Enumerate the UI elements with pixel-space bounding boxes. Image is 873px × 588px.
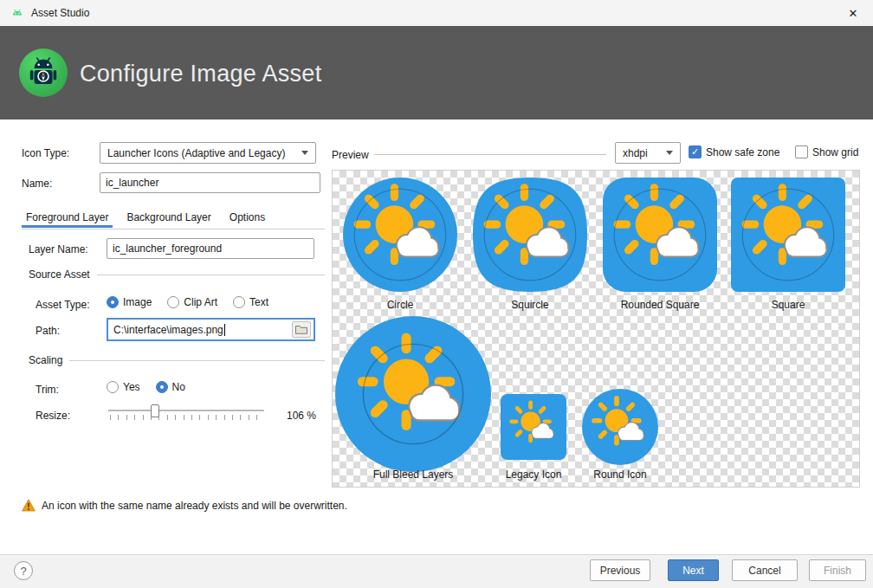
radio-dot bbox=[167, 296, 179, 308]
radio-no-label: No bbox=[172, 381, 185, 393]
divider bbox=[374, 154, 606, 155]
density-value: xhdpi bbox=[623, 147, 648, 159]
trim-radios: Yes No bbox=[107, 381, 185, 393]
radio-yes-label: Yes bbox=[123, 381, 140, 393]
preview-icon-square bbox=[731, 178, 845, 295]
tile-label-squircle: Squircle bbox=[473, 299, 587, 311]
radio-clip-art[interactable]: Clip Art bbox=[167, 296, 217, 308]
warning-text: An icon with the same name already exist… bbox=[42, 500, 347, 512]
android-icon bbox=[10, 6, 24, 20]
asset-type-label: Asset Type: bbox=[36, 299, 89, 311]
slider-track[interactable] bbox=[108, 410, 264, 411]
radio-dot bbox=[107, 296, 119, 308]
path-input[interactable]: C:\interface\images.png bbox=[107, 318, 315, 341]
warning-icon bbox=[22, 499, 36, 512]
chevron-down-icon bbox=[666, 151, 673, 155]
radio-image-label: Image bbox=[123, 296, 152, 308]
path-label: Path: bbox=[36, 325, 60, 337]
text-caret bbox=[224, 324, 225, 336]
divider bbox=[97, 275, 325, 275]
tile-label-rounded-square: Rounded Square bbox=[603, 299, 717, 311]
scaling-section-title: Scaling bbox=[29, 354, 62, 366]
divider bbox=[69, 360, 325, 361]
radio-text-label: Text bbox=[249, 296, 268, 308]
radio-trim-no[interactable]: No bbox=[156, 381, 185, 393]
icon-type-label: Icon Type: bbox=[22, 147, 69, 159]
density-select[interactable]: xhdpi bbox=[615, 142, 681, 164]
preview-icon-legacy bbox=[501, 394, 566, 463]
tile-label-full-bleed: Full Bleed Layers bbox=[335, 468, 491, 481]
trim-label: Trim: bbox=[36, 384, 59, 396]
layer-name-input[interactable] bbox=[107, 238, 314, 259]
footer-bar: ? Previous Next Cancel Finish bbox=[0, 554, 873, 588]
close-button[interactable]: ✕ bbox=[833, 0, 873, 26]
layer-name-label: Layer Name: bbox=[29, 243, 88, 255]
tab-foreground-layer[interactable]: Foreground Layer bbox=[22, 206, 113, 228]
icon-type-value: Launcher Icons (Adaptive and Legacy) bbox=[107, 147, 285, 159]
source-asset-section: Source Asset bbox=[29, 268, 325, 281]
show-grid-checkbox[interactable]: Show grid bbox=[795, 145, 858, 158]
tab-background-layer[interactable]: Background Layer bbox=[122, 206, 215, 228]
window-title: Asset Studio bbox=[31, 7, 89, 19]
radio-trim-yes[interactable]: Yes bbox=[107, 381, 140, 393]
help-button[interactable]: ? bbox=[14, 561, 33, 580]
warning-message: An icon with the same name already exist… bbox=[22, 499, 347, 512]
radio-image[interactable]: Image bbox=[107, 296, 152, 308]
slider-thumb[interactable] bbox=[151, 404, 159, 417]
radio-text[interactable]: Text bbox=[233, 296, 268, 308]
layer-tabs: Foreground LayerBackground LayerOptions bbox=[22, 206, 325, 229]
resize-value: 106 % bbox=[287, 410, 316, 422]
checkbox-check-icon: ✓ bbox=[689, 145, 702, 158]
folder-icon bbox=[295, 325, 307, 334]
chevron-down-icon bbox=[301, 151, 308, 155]
tile-label-round: Round Icon bbox=[582, 468, 658, 481]
name-input[interactable] bbox=[100, 172, 320, 193]
tile-label-square: Square bbox=[731, 299, 845, 311]
resize-label: Resize: bbox=[36, 410, 70, 422]
browse-button[interactable] bbox=[292, 321, 311, 338]
source-asset-section-title: Source Asset bbox=[29, 268, 90, 281]
name-label: Name: bbox=[22, 178, 52, 190]
tile-label-legacy: Legacy Icon bbox=[501, 468, 566, 481]
path-value: C:\interface\images.png bbox=[113, 324, 223, 336]
next-button[interactable]: Next bbox=[668, 559, 719, 581]
preview-label: Preview bbox=[332, 149, 369, 161]
radio-dot bbox=[107, 381, 119, 393]
show-grid-label: Show grid bbox=[812, 146, 858, 158]
radio-dot bbox=[233, 296, 245, 308]
resize-slider[interactable] bbox=[108, 404, 264, 423]
title-bar: Asset Studio ✕ bbox=[0, 0, 873, 26]
scaling-section: Scaling bbox=[29, 354, 325, 366]
dialog-header: Configure Image Asset bbox=[0, 26, 873, 120]
tab-options[interactable]: Options bbox=[225, 206, 269, 228]
preview-icon-squircle bbox=[473, 178, 587, 295]
asset-type-radios: Image Clip Art Text bbox=[107, 296, 268, 308]
slider-ticks bbox=[110, 415, 264, 420]
radio-dot bbox=[156, 381, 168, 393]
preview-icon-circle bbox=[343, 178, 457, 295]
asset-studio-dialog: Asset Studio ✕ Configure Image Ass bbox=[0, 0, 873, 588]
preview-icon-round bbox=[582, 389, 658, 468]
show-safe-zone-label: Show safe zone bbox=[706, 146, 779, 158]
show-safe-zone-checkbox[interactable]: ✓ Show safe zone bbox=[689, 145, 779, 158]
checkbox-box bbox=[795, 145, 808, 158]
finish-button[interactable]: Finish bbox=[809, 559, 866, 581]
tile-label-circle: Circle bbox=[343, 299, 457, 311]
preview-icon-full-bleed bbox=[335, 316, 491, 475]
previous-button[interactable]: Previous bbox=[590, 559, 650, 581]
android-studio-logo-icon bbox=[19, 48, 68, 97]
icon-type-select[interactable]: Launcher Icons (Adaptive and Legacy) bbox=[100, 142, 316, 164]
page-title: Configure Image Asset bbox=[80, 61, 321, 87]
preview-area: Circle Squircle Rounded Square S bbox=[332, 170, 860, 488]
preview-icon-rounded-square bbox=[603, 178, 717, 295]
radio-clip-art-label: Clip Art bbox=[184, 296, 217, 308]
cancel-button[interactable]: Cancel bbox=[732, 559, 798, 581]
